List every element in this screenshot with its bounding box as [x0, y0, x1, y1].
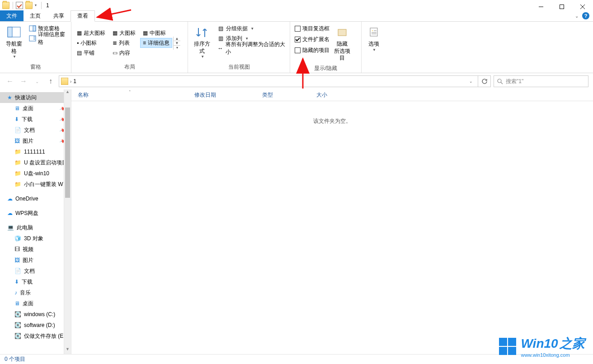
up-button[interactable]: ↑ — [45, 76, 56, 87]
forward-button[interactable]: → — [18, 76, 29, 87]
details-pane-button[interactable]: 详细信息窗格 — [27, 33, 68, 43]
tab-view[interactable]: 查看 — [71, 10, 95, 22]
layout-medium[interactable]: ▦中图标 — [140, 28, 172, 38]
tree-item[interactable]: 📁U 盘设置启动项目 — [0, 157, 71, 168]
tree-item[interactable]: ⬇下载📌 — [0, 114, 71, 125]
tree-this-pc[interactable]: 💻此电脑 — [0, 222, 71, 233]
folder-icon: 📁 — [14, 149, 21, 155]
chevron-down-icon: ▼ — [13, 55, 16, 59]
tree-item[interactable]: 📁U盘-win10 — [0, 168, 71, 179]
layout-content[interactable]: ▭内容 — [110, 48, 138, 58]
search-icon — [497, 78, 503, 84]
refresh-button[interactable] — [478, 75, 491, 87]
chevron-down-icon: ▼ — [372, 48, 376, 52]
tree-item[interactable]: 🖼图片📌 — [0, 135, 71, 146]
nav-pane-button[interactable]: 导航窗格 ▼ — [3, 23, 25, 61]
layout-extra-large[interactable]: ▦超大图标 — [74, 28, 108, 38]
hide-selected-button[interactable]: 隐藏 所选项目 — [331, 23, 353, 64]
ribbon: 导航窗格 ▼ 预览窗格 详细信息窗格 窗格 ▦超大图标 ▦大图标 ▦中图标 — [0, 22, 593, 73]
address-dropdown-icon[interactable]: ⌄ — [466, 79, 476, 84]
tree-item[interactable]: 📄文档📌 — [0, 125, 71, 135]
collapse-ribbon-icon[interactable]: ⌄ — [575, 14, 579, 19]
item-checkboxes-toggle[interactable]: 项目复选框 — [293, 23, 331, 33]
item-count: 0 个项目 — [5, 355, 25, 363]
title-bar: ▾ 1 — [0, 0, 593, 10]
address-bar[interactable]: › 1 ⌄ — [59, 75, 478, 87]
tree-item[interactable]: 💽software (D:) — [0, 320, 71, 331]
tree-item[interactable]: 💽仅做文件存放 (E — [0, 331, 71, 341]
file-ext-toggle[interactable]: 文件扩展名 — [293, 34, 331, 44]
col-modified[interactable]: 修改日期 — [188, 91, 256, 99]
svg-point-14 — [372, 30, 373, 31]
qat-dropdown-icon[interactable]: ▾ — [34, 3, 38, 7]
layout-large[interactable]: ▦大图标 — [110, 28, 138, 38]
tree-item[interactable]: 🎞视频 — [0, 244, 71, 255]
breadcrumb-current[interactable]: 1 — [73, 78, 76, 84]
svg-line-19 — [501, 82, 503, 84]
nav-pane-label: 导航窗格 — [4, 41, 24, 55]
drive-icon: 💽 — [14, 333, 21, 339]
layout-details[interactable]: ≡详细信息 — [140, 38, 172, 48]
svg-point-18 — [498, 79, 501, 83]
tree-item[interactable]: 📄文档 — [0, 266, 71, 276]
cloud-icon: ☁ — [7, 210, 13, 216]
nav-tree: ★快速访问 🖥桌面📌 ⬇下载📌 📄文档📌 🖼图片📌 📁1111111 📁U 盘设… — [0, 89, 71, 354]
tree-wps[interactable]: ☁WPS网盘 — [0, 208, 71, 219]
sort-label: 排序方式 — [192, 41, 212, 55]
tree-item[interactable]: 🖥桌面📌 — [0, 103, 71, 114]
picture-icon: 🖼 — [14, 257, 20, 263]
back-button[interactable]: ← — [5, 76, 15, 87]
picture-icon: 🖼 — [14, 138, 20, 144]
desktop-icon: 🖥 — [14, 105, 20, 112]
sort-asc-icon: ˄ — [129, 90, 131, 94]
help-icon[interactable]: ? — [582, 12, 589, 19]
search-placeholder: 搜索"1" — [506, 78, 523, 85]
content-area: ˄名称 修改日期 类型 大小 该文件夹为空。 — [71, 89, 593, 354]
empty-folder-message: 该文件夹为空。 — [71, 117, 593, 125]
sidebar-scrollbar[interactable]: ▲ ▼ — [64, 89, 71, 354]
tree-item[interactable]: 📁1111111 — [0, 146, 71, 157]
group-panes-label: 窗格 — [3, 62, 68, 73]
group-show-hide-label: 显示/隐藏 — [293, 64, 358, 74]
folder-icon: 📁 — [14, 170, 21, 177]
tree-item[interactable]: ♪音乐 — [0, 287, 71, 298]
layout-small[interactable]: ▪小图标 — [74, 38, 108, 48]
group-current-view-label: 当前视图 — [191, 62, 287, 73]
search-input[interactable]: 搜索"1" — [494, 75, 588, 87]
scrollbar-thumb[interactable] — [65, 107, 70, 198]
qat-newfolder-icon[interactable] — [25, 2, 33, 9]
group-current-view: 排序方式 ▼ ▤分组依据▼ ▥添加列▼ ↔将所有列调整为合适的大小 当前视图 — [188, 22, 290, 73]
layout-list[interactable]: ≣列表 — [110, 38, 138, 48]
tree-onedrive[interactable]: ☁OneDrive — [0, 193, 71, 204]
tree-item[interactable]: 🖼图片 — [0, 255, 71, 266]
download-icon: ⬇ — [14, 116, 19, 122]
checkbox-icon — [295, 47, 301, 53]
fit-columns-button[interactable]: ↔将所有列调整为合适的大小 — [215, 43, 287, 53]
group-by-button[interactable]: ▤分组依据▼ — [215, 23, 287, 33]
layout-tiles[interactable]: ▤平铺 — [74, 48, 108, 58]
sort-button[interactable]: 排序方式 ▼ — [191, 23, 213, 61]
star-icon: ★ — [7, 94, 12, 101]
tab-home[interactable]: 主页 — [24, 10, 47, 21]
tree-quick-access[interactable]: ★快速访问 — [0, 92, 71, 103]
tree-item[interactable]: 🖥桌面 — [0, 298, 71, 309]
history-dropdown[interactable]: ⌄ — [32, 76, 42, 87]
tree-item[interactable]: 🧊3D 对象 — [0, 233, 71, 244]
cloud-icon: ☁ — [7, 196, 13, 202]
qat-properties-icon[interactable] — [16, 2, 23, 9]
tree-item[interactable]: ⬇下载 — [0, 276, 71, 287]
tree-item[interactable]: 💽windows (C:) — [0, 309, 71, 320]
pc-icon: 💻 — [7, 224, 14, 231]
tab-file[interactable]: 文件 — [0, 10, 24, 21]
desktop-icon: 🖥 — [14, 300, 20, 307]
col-size[interactable]: 大小 — [310, 91, 346, 99]
col-name[interactable]: ˄名称 — [71, 91, 188, 99]
document-icon: 📄 — [14, 127, 21, 133]
col-type[interactable]: 类型 — [256, 91, 310, 99]
options-button[interactable]: 选项 ▼ — [364, 23, 383, 54]
hidden-items-toggle[interactable]: 隐藏的项目 — [293, 45, 331, 55]
tab-share[interactable]: 共享 — [47, 10, 71, 21]
document-icon: 📄 — [14, 268, 21, 274]
layout-scroll[interactable]: ▲▼▾ — [173, 37, 180, 50]
tree-item[interactable]: 📁小白一键重装 W — [0, 179, 71, 190]
